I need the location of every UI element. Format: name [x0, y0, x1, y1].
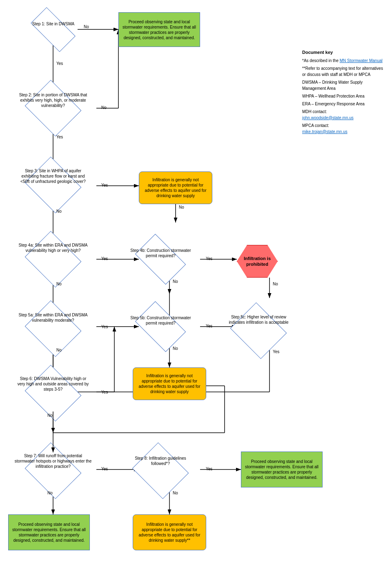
step3-diamond	[25, 157, 82, 214]
step5b-no-label: No	[173, 346, 178, 351]
step4b-yes-label: Yes	[206, 256, 212, 261]
step2-label: Step 2: Site in portion of DWSMA that ex…	[16, 92, 90, 108]
step7-label: Step 7: Will runoff from potential storm…	[14, 453, 92, 469]
doc-key-whpa: WHPA – Wellhead Protection Area	[302, 93, 384, 99]
step4b-no-label: No	[173, 279, 178, 284]
step4a-label: Step 4a: Site within ERA and DWSMA vulne…	[16, 243, 90, 253]
step4b-label: Step 4b: Construction stormwater permit …	[129, 248, 192, 258]
flowchart-container: Step 1: Site in DWSMA No Yes Proceed obs…	[0, 0, 392, 574]
step6-yes-label: Yes	[101, 390, 108, 394]
step8-yes-label: Yes	[206, 467, 212, 471]
step5a-yes-label: Yes	[101, 325, 108, 329]
not-appropriate-2: Infiltration is generally not appropriat…	[133, 367, 206, 400]
step6-no-label: No	[47, 413, 53, 418]
doc-key-mpca-email: mike.trojan@state.mn.us	[302, 129, 384, 135]
doc-key-mdh-contact: MDH contact:	[302, 109, 384, 115]
step2-diamond	[25, 80, 82, 137]
step1-label: Step 1: Site in DWSMA	[24, 21, 83, 27]
not-app1-no-label: No	[179, 205, 184, 209]
step6-diamond	[25, 365, 82, 422]
prohibited-no-label: No	[273, 282, 278, 286]
step4a-diamond	[25, 231, 82, 288]
step3-yes-label: Yes	[101, 183, 108, 187]
step8-no-label: No	[173, 491, 178, 495]
doc-key-mdh-email: john.woodside@state.mn.us	[302, 115, 384, 121]
doc-key-line1: *As described in the MN Stormwater Manua…	[302, 58, 384, 64]
step5b-yes-label: Yes	[206, 324, 212, 328]
step4b-diamond	[135, 234, 186, 285]
not-appropriate-1: Infiltration is generally not appropriat…	[139, 171, 212, 204]
doc-key-title: Document key	[302, 49, 384, 56]
step3-label: Step 3: Site in WHPA of aquifer exhibiti…	[16, 168, 90, 184]
prohibited-box: Infiltration is prohibited	[237, 245, 278, 278]
document-key: Document key *As described in the MN Sto…	[302, 49, 384, 135]
mdh-email-link[interactable]: john.woodside@state.mn.us	[302, 116, 354, 120]
step5a-diamond	[25, 300, 82, 357]
step5c-yes-label: Yes	[273, 349, 279, 354]
proceed-box-1: Proceed observing state and local stormw…	[118, 12, 200, 47]
step3-no-label: No	[56, 209, 62, 214]
step4a-no-label: No	[56, 282, 62, 286]
step4a-yes-label: Yes	[101, 256, 108, 261]
step7-diamond	[25, 443, 82, 499]
doc-key-line2: **Refer to accompanying text for alterna…	[302, 65, 384, 78]
step7-yes-label: Yes	[101, 467, 108, 471]
proceed-box-3: Proceed observing state and local stormw…	[8, 514, 90, 550]
doc-key-dwsma: DWSMA – Drinking Water Supply Management…	[302, 79, 384, 91]
step5b-label: Step 5b: Construction stormwater permit …	[129, 315, 192, 326]
step5a-label: Step 5a: Site within ERA and DWSMA vulne…	[16, 312, 90, 323]
step2-no-label: No	[101, 105, 107, 110]
step7-no-label: No	[47, 491, 53, 495]
step5a-no-label: No	[56, 348, 62, 352]
doc-key-mpca-contact: MPCA contact:	[302, 122, 384, 129]
step6-label: Step 6: DWSMA Vulnerability high or very…	[16, 376, 90, 392]
step5b-diamond	[135, 301, 186, 352]
doc-key-era: ERA – Emergency Response Area	[302, 101, 384, 107]
proceed-box-2: Proceed observing state and local stormw…	[241, 452, 323, 487]
mn-stormwater-link[interactable]: MN Stormwater Manual	[340, 58, 383, 63]
step8-diamond	[132, 443, 189, 499]
step1-diamond	[31, 7, 76, 52]
step1-yes-label: Yes	[56, 61, 63, 66]
step1-no-label: No	[84, 24, 89, 29]
step5c-label: Step 5c: Higher level of review indicate…	[227, 314, 290, 325]
step8-label: Step 8: Infiltration guidelines followed…	[130, 456, 191, 466]
not-appropriate-3: Infiltration is generally not appropriat…	[133, 514, 206, 550]
step2-yes-label: Yes	[56, 135, 63, 139]
mpca-email-link[interactable]: mike.trojan@state.mn.us	[302, 129, 347, 134]
